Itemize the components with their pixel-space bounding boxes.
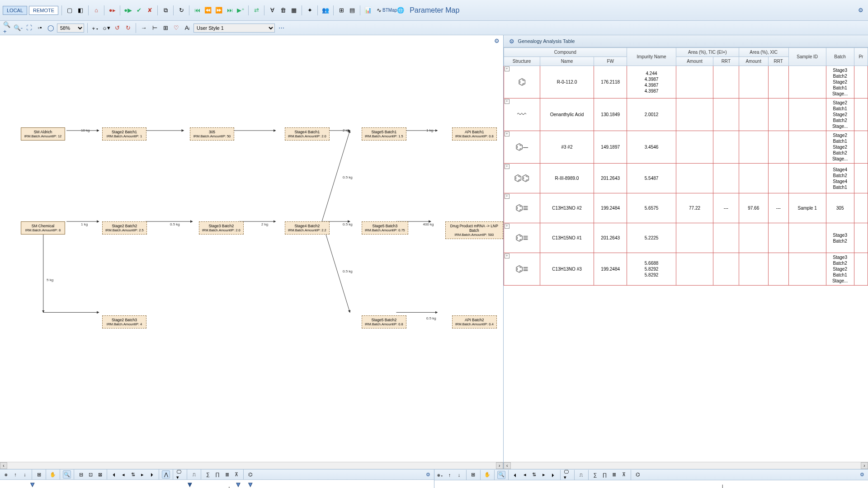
next2-icon[interactable]: ⏵ — [148, 470, 156, 479]
zoom-out-icon[interactable]: 🔍- — [14, 23, 23, 33]
col-tic-rrt[interactable]: RRT — [713, 57, 739, 66]
flow-node-s5b1[interactable]: Stage5 Batch1IRM.Batch.AmountIP: 1.5 — [362, 127, 406, 141]
benzene-icon[interactable]: ⌬ — [246, 470, 255, 479]
flow-node-sm_aldrich[interactable]: SM AldrichIRM.Batch.AmountIP: 12 — [21, 127, 65, 141]
scroll-right-icon[interactable]: › — [496, 462, 503, 469]
down-icon[interactable]: ↓ — [21, 470, 29, 479]
zoom-in-icon[interactable]: 🔍+ — [3, 23, 12, 33]
text-icon[interactable]: Aᵢ — [183, 23, 192, 33]
col-area-tic[interactable]: Area (%), TIC (EI+) — [676, 48, 739, 57]
open-doc-icon[interactable]: ◧ — [76, 6, 85, 15]
check-icon[interactable]: ✔ — [134, 6, 143, 15]
prev-icon[interactable]: ⏴ — [511, 471, 519, 479]
select-all-icon[interactable]: ∀ — [268, 6, 277, 15]
next-icon[interactable]: ▸ — [540, 471, 548, 479]
f4-icon[interactable]: ⊼ — [620, 471, 628, 479]
flow-node-drug[interactable]: Drug Product mRNA -> LNP BatchIRM.Batch.… — [445, 221, 503, 239]
f2-icon[interactable]: ∏ — [213, 470, 222, 479]
flow-node-s5b2[interactable]: Stage5 Batch2IRM.Batch.AmountIP: 0.8 — [362, 315, 406, 328]
redo3-icon[interactable]: ↻ — [123, 23, 132, 33]
col-area-xic[interactable]: Area (%), XIC — [739, 48, 788, 57]
hand-icon[interactable]: ✋ — [483, 471, 491, 479]
next2-icon[interactable]: ⏵ — [549, 471, 557, 479]
flow-node-s4b1[interactable]: Stage4 Batch1IRM.Batch.AmountIP: 2.0 — [285, 127, 330, 141]
folder-icon[interactable]: ⌂ — [92, 6, 101, 15]
sun-icon[interactable]: ☼▾ — [102, 23, 111, 33]
col-name[interactable]: Name — [540, 57, 594, 66]
col-impurity[interactable]: Impurity Name — [627, 48, 676, 66]
refresh-icon[interactable]: ↻ — [177, 6, 186, 15]
swap-icon[interactable]: ⇄ — [252, 6, 261, 15]
expand-icon[interactable]: + — [505, 66, 509, 71]
table-row[interactable]: +⌬⌬R-III-8989.0201.26435.5487Stage4Batch… — [504, 164, 868, 193]
people-icon[interactable]: 👥 — [321, 6, 330, 15]
tree-icon[interactable]: ⊞ — [337, 6, 346, 15]
up-icon[interactable]: ↑ — [446, 471, 454, 479]
table-row[interactable]: +⌬≡C13H13NO #3199.24845.66885.82925.8292… — [504, 253, 868, 286]
col-pr[interactable]: Pr — [854, 48, 868, 66]
next-icon[interactable]: ▸ — [138, 470, 146, 479]
screen-icon[interactable]: 🖵▾ — [563, 471, 571, 479]
col-compound[interactable]: Compound — [504, 48, 627, 57]
chart-icon[interactable]: 📊 — [363, 6, 373, 15]
new-doc-icon[interactable]: ▢ — [65, 6, 74, 15]
col-fw[interactable]: FW — [594, 57, 627, 66]
circle-icon[interactable]: ◯ — [46, 23, 55, 33]
basket-icon[interactable]: 🗑 — [278, 6, 288, 15]
table-row[interactable]: +⌬≡C13H13NO #2199.24845.657577.22---97.6… — [504, 193, 868, 223]
prev2-icon[interactable]: ◂ — [521, 471, 529, 479]
formula-icon[interactable]: ∑ — [591, 471, 599, 479]
wand-icon[interactable]: ✦ — [305, 6, 314, 15]
baseline-icon[interactable]: ⎍ — [577, 471, 585, 479]
updown-icon[interactable]: ⇅ — [129, 470, 137, 479]
spec-icon[interactable]: ⎈ — [2, 470, 10, 479]
screen-icon[interactable]: 🖵▾ — [176, 470, 184, 479]
col-xic-amount[interactable]: Amount — [739, 57, 768, 66]
flow-node-s3b2[interactable]: Stage3 Batch2IRM.Batch.AmountIP: 2.0 — [199, 221, 244, 235]
peak-icon[interactable]: ⋀ — [162, 470, 170, 479]
formula-icon[interactable]: ∑ — [204, 470, 212, 479]
expand-icon[interactable]: + — [505, 194, 509, 199]
table-row[interactable]: +〰Oenanthylic Acid130.18492.0012Stage2Ba… — [504, 99, 868, 131]
table-row[interactable]: +⌬≡C13H15NO #1201.26435.2225Stage3Batch2 — [504, 223, 868, 253]
skip-end-icon[interactable]: ⏭ — [225, 6, 234, 15]
panel-settings-icon[interactable]: ⚙ — [507, 37, 516, 46]
prev-icon[interactable]: ⏴ — [110, 470, 118, 479]
hierarchy-icon[interactable]: ⊢ — [150, 23, 159, 33]
more-icon[interactable]: ⋯ — [277, 23, 286, 33]
f3-icon[interactable]: ≣ — [223, 470, 231, 479]
scroll-right-icon[interactable]: › — [861, 462, 868, 469]
col-tic-amount[interactable]: Amount — [676, 57, 713, 66]
btmap-icon[interactable]: BTMap — [385, 6, 394, 15]
cross-icon[interactable]: ✘ — [145, 6, 154, 15]
table-row[interactable]: +⌬R-0-112.0176.21184.2444.39874.39874.39… — [504, 66, 868, 99]
flow-node-s2b2[interactable]: Stage2 Batch2IRM.Batch.AmountIP: 2.5 — [102, 221, 147, 235]
scroll-left-icon[interactable]: ‹ — [504, 462, 511, 469]
table-icon[interactable]: ▤ — [348, 6, 357, 15]
globe-icon[interactable]: 🌐 — [396, 6, 405, 15]
rewind-icon[interactable]: ⏪ — [203, 6, 212, 15]
spec-icon[interactable]: ⎈▾ — [436, 471, 444, 479]
flow-node-s2b3[interactable]: Stage2 Batch3IRM.Batch.AmountIP: 4 — [102, 315, 146, 328]
updown-icon[interactable]: ⇅ — [530, 471, 538, 479]
grid-icon[interactable]: ⊞ — [469, 471, 477, 479]
heart-icon[interactable]: ♡ — [172, 23, 181, 33]
scroll-left-icon[interactable]: ‹ — [0, 462, 7, 469]
flow-node-n305[interactable]: 305IRM.Batch.AmountIP: 50 — [190, 127, 234, 141]
flow-node-s2b1[interactable]: Stage2 Batch1IRM.Batch.AmountIP: 1 — [102, 127, 146, 141]
flow-node-s5b3[interactable]: Stage5 Batch3IRM.Batch.AmountIP: 0.75 — [362, 221, 408, 235]
flow-node-api1[interactable]: API Batch1IRM.Batch.AmountIP: 0.8 — [452, 127, 497, 141]
copy-icon[interactable]: ⧉ — [161, 6, 170, 15]
redo2-icon[interactable]: ↺ — [113, 23, 122, 33]
zoom-out-icon[interactable]: ⊟ — [77, 470, 85, 479]
expand-icon[interactable]: + — [505, 253, 509, 258]
remote-button[interactable]: REMOTE — [29, 6, 58, 15]
table-row[interactable]: +⌬–#3 #2149.18973.4546Stage2Batch1Stage2… — [504, 131, 868, 164]
benzene-icon[interactable]: ⌬ — [634, 471, 642, 479]
down-icon[interactable]: ↓ — [455, 471, 463, 479]
filter-icon[interactable]: ⍖▾ — [91, 23, 100, 33]
zoom-reset-icon[interactable]: ⊡ — [86, 470, 94, 479]
zoom-icon[interactable]: 🔍 — [63, 470, 71, 479]
baseline-icon[interactable]: ⎍ — [190, 470, 198, 479]
expand-icon[interactable]: + — [505, 131, 509, 136]
